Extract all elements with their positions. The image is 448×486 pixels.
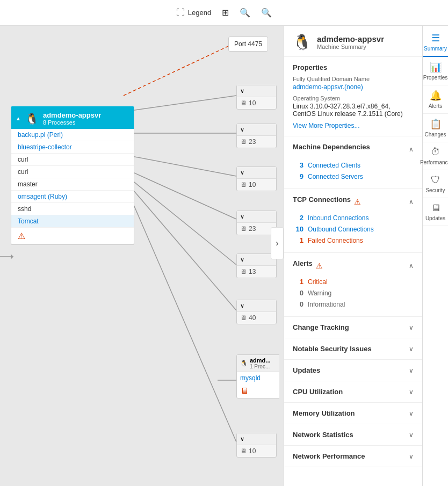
- performance-label: Performance: [420, 159, 448, 165]
- change-tracking-row[interactable]: Change Tracking ∨: [284, 317, 422, 338]
- process-item[interactable]: bluestripe-collector: [11, 141, 134, 154]
- memory-util-chevron: ∨: [409, 410, 414, 417]
- group-node-6[interactable]: ∨ 🖥 40: [236, 300, 277, 324]
- dependencies-collapse[interactable]: ∧: [409, 146, 414, 153]
- alerts-label: Alerts: [429, 103, 443, 109]
- changes-label: Changes: [424, 132, 446, 137]
- security-icon: 🛡: [431, 175, 440, 186]
- chevron-down-icon: ∨: [240, 88, 244, 95]
- main-node-header[interactable]: ▲ 🐧 admdemo-appsvr 8 Processes: [11, 108, 134, 129]
- tcp-title: TCP Connections: [293, 195, 351, 204]
- failed-count: 1: [293, 236, 304, 244]
- sidebar-performance-button[interactable]: ⏱ Performance: [423, 142, 448, 170]
- memory-util-row[interactable]: Memory Utilization ∨: [284, 403, 422, 424]
- summary-icon: ☰: [431, 32, 440, 44]
- chevron-down-icon: ∨: [240, 126, 244, 133]
- inbound-label[interactable]: Inbound Connections: [308, 214, 368, 222]
- grid-button[interactable]: ⊞: [222, 8, 229, 18]
- alerts-header: Alerts ⚠ ∧: [293, 259, 414, 272]
- updates-row[interactable]: Updates ∨: [284, 360, 422, 381]
- forward-panel-button[interactable]: ›: [271, 227, 284, 259]
- group-node-2[interactable]: ∨ 🖥 23: [236, 124, 277, 148]
- sidebar-properties-button[interactable]: 📊 Properties: [423, 57, 448, 85]
- svg-marker-8: [11, 254, 13, 259]
- change-tracking-chevron: ∨: [409, 324, 414, 331]
- group-node-count: 🖥 10: [237, 97, 276, 109]
- admd-process[interactable]: mysqld: [237, 372, 279, 384]
- informational-row: 0 Informational: [293, 299, 414, 310]
- zoom-in-icon: 🔍: [240, 8, 250, 18]
- group-node-header[interactable]: ∨: [237, 167, 276, 179]
- inbound-row: 2 Inbound Connections: [293, 212, 414, 223]
- chevron-down-icon: ∨: [240, 436, 244, 443]
- clients-label[interactable]: Connected Clients: [308, 162, 360, 169]
- clients-count: 3: [293, 161, 304, 169]
- zoom-in-button[interactable]: 🔍: [240, 8, 250, 18]
- process-item[interactable]: sshd: [11, 203, 134, 215]
- admd-header[interactable]: 🐧 admd... 1 Proc...: [237, 355, 279, 372]
- outbound-label[interactable]: Outbound Connections: [308, 226, 374, 233]
- sidebar-summary-button[interactable]: ☰ Summary: [423, 28, 448, 57]
- sidebar-updates-button[interactable]: 🖥 Updates: [423, 198, 448, 226]
- group-node-count: 🖥 10: [237, 445, 276, 457]
- legend-button[interactable]: ⛶ Legend: [176, 8, 211, 18]
- servers-label[interactable]: Connected Servers: [308, 173, 363, 180]
- failed-label[interactable]: Failed Connections: [308, 237, 363, 244]
- group-node-header[interactable]: ∨: [237, 85, 276, 97]
- group-node-1[interactable]: ∨ 🖥 10: [236, 85, 277, 110]
- dependencies-title: Machine Dependencies: [293, 143, 370, 151]
- group-node-header[interactable]: ∨: [237, 300, 276, 312]
- informational-label[interactable]: Informational: [308, 301, 345, 308]
- security-issues-row[interactable]: Notable Security Issues ∨: [284, 338, 422, 360]
- port-node[interactable]: Port 4475: [228, 37, 268, 52]
- updates-icon: 🖥: [431, 202, 440, 214]
- security-issues-chevron: ∨: [409, 345, 414, 353]
- warning-row: 0 Warning: [293, 287, 414, 299]
- alerts-section: Alerts ⚠ ∧ 1 Critical 0 Warning 0 Inform…: [284, 253, 422, 317]
- admd-node[interactable]: 🐧 admd... 1 Proc... mysqld 🖥: [236, 354, 279, 398]
- group-node-header[interactable]: ∨: [237, 211, 276, 223]
- process-item[interactable]: Tomcat: [11, 215, 134, 228]
- network-stats-chevron: ∨: [409, 431, 414, 439]
- sidebar-alerts-button[interactable]: 🔔 Alerts: [423, 85, 448, 114]
- group-node-count: 🖥 40: [237, 312, 276, 324]
- process-item[interactable]: backup.pl (Perl): [11, 129, 134, 141]
- panel-subtitle: Machine Summary: [317, 43, 384, 50]
- group-node-7[interactable]: ∨ 🖥 10: [236, 433, 277, 458]
- monitor-icon: 🖥: [240, 314, 247, 322]
- cpu-util-chevron: ∨: [409, 388, 414, 396]
- chevron-down-icon: ∨: [240, 213, 244, 220]
- warning-count: 0: [293, 289, 304, 297]
- alerts-title-row: Alerts ⚠: [293, 259, 323, 272]
- zoom-out-button[interactable]: 🔍: [261, 8, 272, 18]
- legend-icon: ⛶: [176, 8, 185, 18]
- view-more-link[interactable]: View More Properties...: [293, 122, 414, 129]
- outbound-row: 10 Outbound Connections: [293, 223, 414, 235]
- critical-row: 1 Critical: [293, 276, 414, 287]
- tcp-collapse[interactable]: ∧: [409, 198, 414, 206]
- sidebar-changes-button[interactable]: 📋 Changes: [423, 114, 448, 142]
- sidebar-security-button[interactable]: 🛡 Security: [423, 170, 448, 198]
- group-node-count: 🖥 23: [237, 136, 276, 148]
- monitor-icon: 🖥: [240, 225, 247, 233]
- critical-label[interactable]: Critical: [308, 278, 328, 286]
- os-label: Operating System: [293, 95, 414, 101]
- process-list: backup.pl (Perl) bluestripe-collector cu…: [11, 129, 134, 228]
- collapse-icon[interactable]: ▲: [16, 115, 21, 121]
- group-node-header[interactable]: ∨: [237, 433, 276, 445]
- group-node-count: 🖥 13: [237, 266, 276, 278]
- network-perf-chevron: ∨: [409, 453, 414, 460]
- process-item[interactable]: master: [11, 178, 134, 191]
- updates-chevron: ∨: [409, 367, 414, 374]
- network-stats-row[interactable]: Network Statistics ∨: [284, 424, 422, 446]
- warning-label[interactable]: Warning: [308, 289, 331, 297]
- dependencies-header: Machine Dependencies ∧: [293, 143, 414, 155]
- process-item[interactable]: omsagent (Ruby): [11, 191, 134, 203]
- process-item[interactable]: curl: [11, 166, 134, 178]
- network-perf-row[interactable]: Network Performance ∨: [284, 446, 422, 467]
- cpu-util-row[interactable]: CPU Utilization ∨: [284, 381, 422, 403]
- group-node-3[interactable]: ∨ 🖥 10: [236, 166, 277, 191]
- process-item[interactable]: curl: [11, 154, 134, 166]
- alerts-collapse[interactable]: ∧: [409, 262, 414, 270]
- group-node-header[interactable]: ∨: [237, 124, 276, 136]
